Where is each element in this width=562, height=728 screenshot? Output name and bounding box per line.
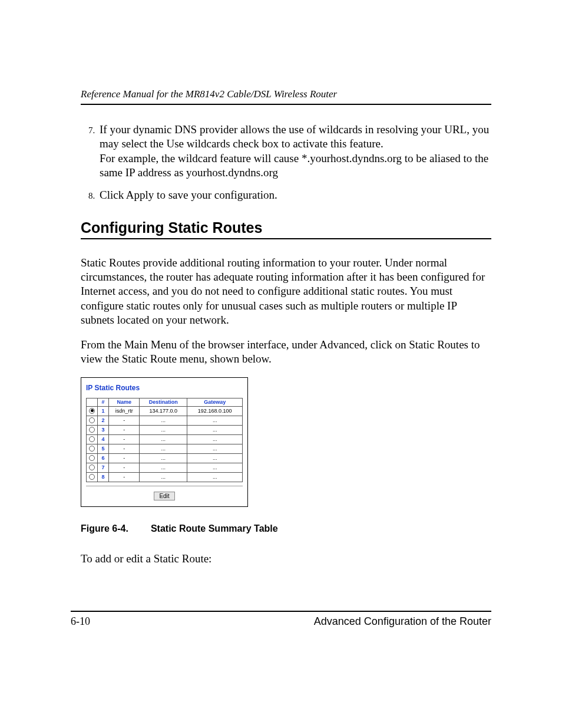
route-name: - (109, 453, 140, 463)
route-index: 2 (98, 416, 109, 425)
route-destination: 134.177.0.0 (140, 406, 187, 416)
route-gateway: ... (187, 453, 243, 463)
route-index: 4 (98, 434, 109, 444)
panel-title: IP Static Routes (86, 384, 243, 392)
running-header: Reference Manual for the MR814v2 Cable/D… (81, 88, 491, 100)
route-index: 7 (98, 463, 109, 472)
col-gateway: Gateway (187, 398, 243, 406)
radio-icon[interactable] (89, 446, 95, 452)
static-routes-panel: IP Static Routes # Name Destination Gate… (81, 377, 248, 507)
route-name: - (109, 434, 140, 444)
table-row: 5-...... (87, 444, 243, 453)
route-gateway: ... (187, 416, 243, 425)
route-gateway: 192.168.0.100 (187, 406, 243, 416)
route-destination: ... (140, 463, 187, 472)
figure-title: Static Route Summary Table (151, 523, 278, 533)
step-text: Click Apply to save your configuration. (100, 189, 277, 201)
col-radio (87, 398, 98, 406)
page-footer: 6-10 Advanced Configuration of the Route… (71, 611, 491, 628)
table-row: 1isdn_rtr134.177.0.0192.168.0.100 (87, 406, 243, 416)
route-name: - (109, 472, 140, 482)
radio-icon[interactable] (89, 408, 95, 414)
route-destination: ... (140, 453, 187, 463)
routes-table: # Name Destination Gateway 1isdn_rtr134.… (86, 398, 243, 482)
route-radio-cell[interactable] (87, 406, 98, 416)
route-radio-cell[interactable] (87, 453, 98, 463)
radio-icon[interactable] (89, 465, 95, 470)
route-name: isdn_rtr (109, 406, 140, 416)
route-destination: ... (140, 434, 187, 444)
figure-caption: Figure 6-4.Static Route Summary Table (81, 523, 491, 534)
footer-chapter: Advanced Configuration of the Router (314, 615, 491, 628)
route-radio-cell[interactable] (87, 444, 98, 453)
radio-icon[interactable] (89, 436, 95, 442)
route-destination: ... (140, 444, 187, 453)
section-heading: Configuring Static Routes (81, 219, 491, 236)
table-row: 8-...... (87, 472, 243, 482)
step-text: If your dynamic DNS provider allows the … (100, 123, 489, 150)
figure-number: Figure 6-4. (81, 523, 128, 533)
edit-button[interactable]: Edit (154, 492, 174, 500)
document-page: Reference Manual for the MR814v2 Cable/D… (0, 0, 562, 728)
footer-rule (71, 611, 491, 612)
col-name: Name (109, 398, 140, 406)
route-gateway: ... (187, 425, 243, 434)
route-destination: ... (140, 425, 187, 434)
route-radio-cell[interactable] (87, 425, 98, 434)
panel-divider (86, 486, 243, 486)
table-row: 6-...... (87, 453, 243, 463)
route-name: - (109, 416, 140, 425)
table-row: 4-...... (87, 434, 243, 444)
route-index: 5 (98, 444, 109, 453)
route-radio-cell[interactable] (87, 416, 98, 425)
body-paragraph: Static Routes provide additional routing… (81, 256, 491, 328)
radio-icon[interactable] (89, 427, 95, 433)
route-index: 8 (98, 472, 109, 482)
step-text: For example, the wildcard feature will c… (100, 152, 488, 179)
route-name: - (109, 425, 140, 434)
body-paragraph: To add or edit a Static Route: (81, 552, 491, 566)
route-gateway: ... (187, 472, 243, 482)
numbered-steps: If your dynamic DNS provider allows the … (81, 123, 491, 203)
route-gateway: ... (187, 463, 243, 472)
table-row: 3-...... (87, 425, 243, 434)
radio-icon[interactable] (89, 474, 95, 480)
body-paragraph: From the Main Menu of the browser interf… (81, 338, 491, 367)
route-destination: ... (140, 472, 187, 482)
route-gateway: ... (187, 434, 243, 444)
route-name: - (109, 463, 140, 472)
route-destination: ... (140, 416, 187, 425)
table-row: 2-...... (87, 416, 243, 425)
radio-icon[interactable] (89, 417, 95, 423)
section-rule (81, 238, 491, 239)
step-item: Click Apply to save your configuration. (97, 188, 491, 202)
route-radio-cell[interactable] (87, 434, 98, 444)
route-index: 1 (98, 406, 109, 416)
route-name: - (109, 444, 140, 453)
route-radio-cell[interactable] (87, 472, 98, 482)
route-index: 3 (98, 425, 109, 434)
route-index: 6 (98, 453, 109, 463)
route-radio-cell[interactable] (87, 463, 98, 472)
table-row: 7-...... (87, 463, 243, 472)
route-gateway: ... (187, 444, 243, 453)
col-number: # (98, 398, 109, 406)
step-item: If your dynamic DNS provider allows the … (97, 123, 491, 180)
page-number: 6-10 (71, 615, 90, 628)
header-rule (81, 104, 491, 105)
radio-icon[interactable] (89, 455, 95, 461)
col-destination: Destination (140, 398, 187, 406)
